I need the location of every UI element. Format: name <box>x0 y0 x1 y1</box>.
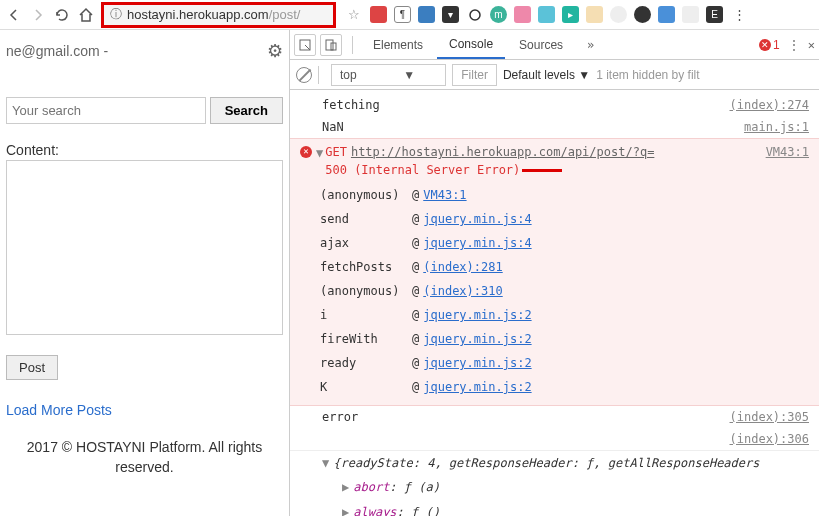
extension-icon[interactable]: ¶ <box>394 6 411 23</box>
expand-caret-icon[interactable]: ▶ <box>342 480 349 494</box>
info-icon: ⓘ <box>110 6 122 23</box>
log-source-link[interactable]: (index):305 <box>730 408 809 426</box>
extension-icon[interactable] <box>634 6 651 23</box>
extension-icon[interactable]: E <box>706 6 723 23</box>
search-button[interactable]: Search <box>210 97 283 124</box>
extension-icon[interactable] <box>514 6 531 23</box>
extension-icon[interactable] <box>370 6 387 23</box>
stack-trace: (anonymous)@VM43:1 send@jquery.min.js:4 … <box>320 183 809 399</box>
context-selector[interactable]: top ▼ <box>331 64 446 86</box>
log-levels-selector[interactable]: Default levels ▼ <box>503 68 590 82</box>
footer-text: 2017 © HOSTAYNI Platform. All rights res… <box>6 438 283 477</box>
hidden-items-text: 1 item hidden by filt <box>596 68 699 82</box>
extension-icon[interactable]: m <box>490 6 507 23</box>
devtools-tabs: Elements Console Sources » ✕1 ⋮ ✕ <box>290 30 819 60</box>
tab-elements[interactable]: Elements <box>361 32 435 58</box>
tabs-more-icon[interactable]: » <box>577 32 604 58</box>
browser-toolbar: ⓘ hostayni.herokuapp.com/post/ ☆ ¶ ▾ m ▸… <box>0 0 819 30</box>
annotation-underline <box>522 169 562 172</box>
trace-row: fireWith@jquery.min.js:2 <box>320 327 809 351</box>
log-message: fetching <box>322 96 730 114</box>
extension-icon[interactable] <box>682 6 699 23</box>
trace-row: K@jquery.min.js:2 <box>320 375 809 399</box>
extension-icon[interactable] <box>538 6 555 23</box>
inspect-icon[interactable] <box>294 34 316 56</box>
tab-console[interactable]: Console <box>437 31 505 59</box>
expand-caret-icon[interactable]: ▼ <box>322 456 329 470</box>
user-email: ne@gmail.com - <box>6 43 108 59</box>
console-output: fetching (index):274 NaN main.js:1 ✕ ▼ G… <box>290 90 819 516</box>
home-button[interactable] <box>77 6 95 24</box>
content-textarea[interactable] <box>6 160 283 335</box>
devtools-menu-icon[interactable]: ⋮ <box>788 38 800 52</box>
trace-row: i@jquery.min.js:2 <box>320 303 809 327</box>
object-property[interactable]: ▶always: ƒ () <box>290 500 819 516</box>
device-icon[interactable] <box>320 34 342 56</box>
post-button[interactable]: Post <box>6 355 58 380</box>
devtools-close-icon[interactable]: ✕ <box>808 38 815 52</box>
trace-link[interactable]: jquery.min.js:2 <box>423 375 531 399</box>
error-status: 500 (Internal Server Error) <box>325 163 520 177</box>
log-message <box>322 430 730 448</box>
log-source-link[interactable]: main.js:1 <box>744 118 809 136</box>
trace-link[interactable]: (index):310 <box>423 279 502 303</box>
content-label: Content: <box>6 142 283 158</box>
extension-icon[interactable]: ▾ <box>442 6 459 23</box>
extensions-bar: ¶ ▾ m ▸ E ⋮ <box>370 6 748 24</box>
expand-caret-icon[interactable]: ▶ <box>342 505 349 516</box>
trace-link[interactable]: jquery.min.js:2 <box>423 327 531 351</box>
extension-icon[interactable] <box>466 6 483 23</box>
page-content: ne@gmail.com - ⚙ Search Content: Post Lo… <box>0 30 290 516</box>
trace-row: (anonymous)@VM43:1 <box>320 183 809 207</box>
object-log[interactable]: ▼{readyState: 4, getResponseHeader: ƒ, g… <box>290 451 819 475</box>
bookmark-star-icon[interactable]: ☆ <box>348 7 360 22</box>
svg-rect-2 <box>326 40 333 50</box>
error-block: ✕ ▼ GEThttp://hostayni.herokuapp.com/api… <box>290 138 819 406</box>
browser-menu-icon[interactable]: ⋮ <box>730 6 748 24</box>
trace-link[interactable]: jquery.min.js:2 <box>423 303 531 327</box>
trace-link[interactable]: (index):281 <box>423 255 502 279</box>
log-row: (index):306 <box>290 428 819 451</box>
trace-link[interactable]: jquery.min.js:4 <box>423 231 531 255</box>
console-toolbar: top ▼ Filter Default levels ▼ 1 item hid… <box>290 60 819 90</box>
log-row: NaN main.js:1 <box>290 116 819 138</box>
log-message: NaN <box>322 118 744 136</box>
trace-row: send@jquery.min.js:4 <box>320 207 809 231</box>
tab-sources[interactable]: Sources <box>507 32 575 58</box>
trace-row: ready@jquery.min.js:2 <box>320 351 809 375</box>
extension-icon[interactable] <box>418 6 435 23</box>
trace-link[interactable]: VM43:1 <box>423 183 466 207</box>
collapse-caret-icon[interactable]: ▼ <box>316 144 323 162</box>
object-property[interactable]: ▶abort: ƒ (a) <box>290 475 819 499</box>
search-input[interactable] <box>6 97 206 124</box>
extension-icon[interactable] <box>610 6 627 23</box>
trace-link[interactable]: jquery.min.js:4 <box>423 207 531 231</box>
trace-row: fetchPosts@(index):281 <box>320 255 809 279</box>
devtools-panel: Elements Console Sources » ✕1 ⋮ ✕ top ▼ … <box>290 30 819 516</box>
trace-row: ajax@jquery.min.js:4 <box>320 231 809 255</box>
load-more-link[interactable]: Load More Posts <box>6 402 283 418</box>
http-method: GET <box>325 145 347 159</box>
trace-row: (anonymous)@(index):310 <box>320 279 809 303</box>
url-host: hostayni.herokuapp.com <box>127 7 269 22</box>
log-source-link[interactable]: (index):306 <box>730 430 809 448</box>
url-path: /post/ <box>269 7 301 22</box>
back-button[interactable] <box>5 6 23 24</box>
log-row: fetching (index):274 <box>290 94 819 116</box>
log-source-link[interactable]: (index):274 <box>730 96 809 114</box>
error-url[interactable]: http://hostayni.herokuapp.com/api/post/?… <box>351 145 654 159</box>
filter-input[interactable]: Filter <box>452 64 497 86</box>
gear-icon[interactable]: ⚙ <box>267 40 283 62</box>
clear-console-icon[interactable] <box>296 67 312 83</box>
error-icon: ✕ <box>300 146 312 158</box>
log-message: error <box>322 408 730 426</box>
extension-icon[interactable] <box>586 6 603 23</box>
log-source-link[interactable]: VM43:1 <box>766 143 809 161</box>
forward-button[interactable] <box>29 6 47 24</box>
trace-link[interactable]: jquery.min.js:2 <box>423 351 531 375</box>
extension-icon[interactable] <box>658 6 675 23</box>
address-bar[interactable]: ⓘ hostayni.herokuapp.com/post/ <box>101 2 336 28</box>
error-count-badge[interactable]: ✕1 <box>759 38 780 52</box>
reload-button[interactable] <box>53 6 71 24</box>
extension-icon[interactable]: ▸ <box>562 6 579 23</box>
